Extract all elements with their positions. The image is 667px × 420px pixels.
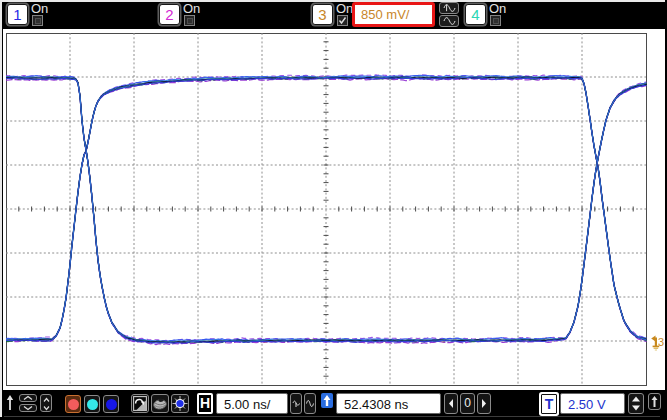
svg-text:3: 3: [658, 336, 664, 348]
